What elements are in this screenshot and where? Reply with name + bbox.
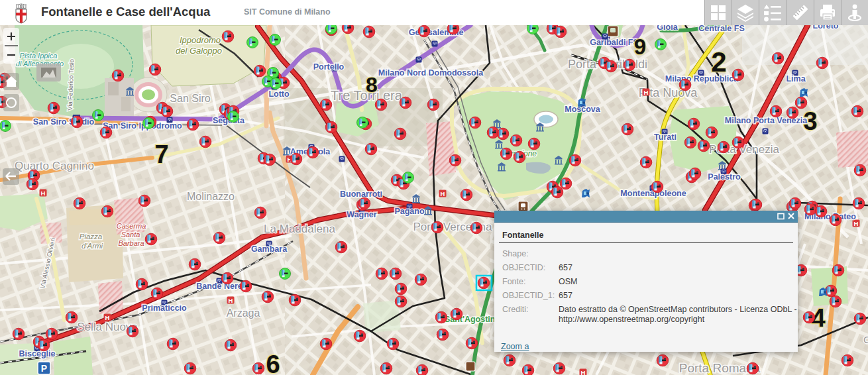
svg-text:2: 2	[711, 46, 726, 78]
svg-text:Piazza: Piazza	[80, 233, 103, 241]
svg-text:d'Armi: d'Armi	[81, 242, 103, 250]
svg-text:Buonarroti: Buonarroti	[340, 189, 382, 199]
svg-text:P: P	[41, 363, 47, 374]
svg-text:Primaticcio: Primaticcio	[142, 303, 187, 313]
svg-text:del Galoppo: del Galoppo	[176, 46, 222, 56]
svg-text:Wagner: Wagner	[347, 210, 377, 219]
svg-text:Portello: Portello	[313, 62, 345, 72]
svg-text:Palestro: Palestro	[708, 172, 741, 182]
svg-text:Moscova: Moscova	[565, 105, 601, 114]
svg-text:Bande Nere: Bande Nere	[196, 282, 243, 291]
svg-text:Quarto Cagnino: Quarto Cagnino	[15, 160, 94, 172]
svg-text:Arzaga: Arzaga	[227, 307, 260, 319]
svg-text:7: 7	[154, 140, 168, 168]
svg-text:Garibaldi FS: Garibaldi FS	[590, 38, 639, 47]
svg-text:Bisceglie: Bisceglie	[19, 349, 56, 358]
svg-text:Pista Ippica: Pista Ippica	[20, 52, 58, 60]
svg-text:Calv: Calv	[863, 334, 868, 345]
svg-text:Milano Repubblica: Milano Repubblica	[665, 74, 739, 83]
svg-text:3: 3	[803, 107, 817, 135]
svg-text:Barbara: Barbara	[118, 239, 144, 247]
svg-text:Lotto: Lotto	[268, 89, 290, 99]
svg-text:9: 9	[634, 34, 646, 59]
svg-text:Santa: Santa	[121, 231, 140, 239]
svg-text:San Siro Stadio: San Siro Stadio	[33, 117, 95, 127]
svg-text:Turati: Turati	[654, 133, 677, 142]
svg-text:Caserma: Caserma	[117, 222, 146, 230]
svg-text:La Maddalena: La Maddalena	[264, 223, 335, 235]
svg-text:Gioia: Gioia	[657, 25, 678, 32]
svg-text:Lima: Lima	[786, 74, 806, 83]
svg-text:Gambara: Gambara	[251, 244, 288, 254]
svg-text:6: 6	[266, 350, 280, 375]
svg-text:Pagano: Pagano	[394, 207, 425, 216]
svg-text:Ippodromo: Ippodromo	[180, 35, 221, 45]
svg-text:Milano Nord Domodossola: Milano Nord Domodossola	[378, 68, 484, 78]
svg-text:San Siro: San Siro	[170, 93, 210, 104]
svg-text:Loreto: Loreto	[813, 25, 839, 30]
svg-text:8: 8	[366, 73, 378, 97]
svg-text:Molinazzo: Molinazzo	[187, 191, 235, 202]
svg-text:Centrale FS: Centrale FS	[698, 25, 744, 33]
